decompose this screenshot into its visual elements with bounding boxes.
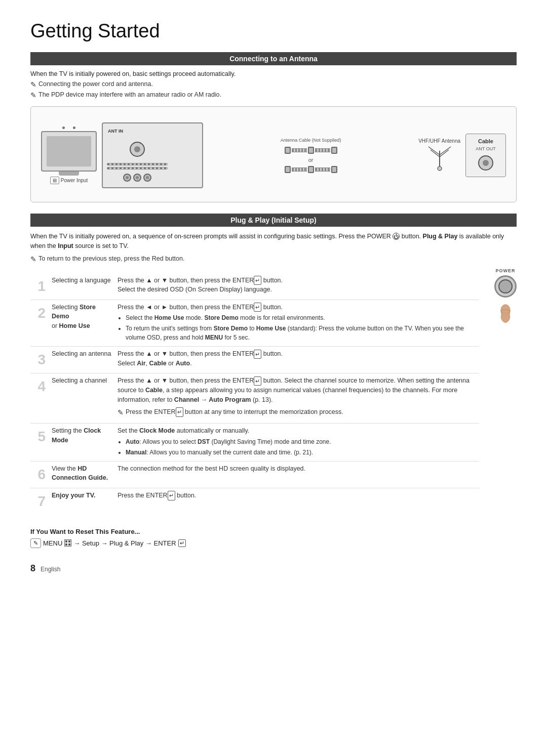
step-title-5: Setting the Clock Mode — [49, 423, 114, 461]
step-desc-2: Press the ◄ or ► button, then press the … — [114, 300, 479, 347]
port-small-3 — [143, 174, 151, 182]
coax-end-3 — [331, 147, 337, 154]
antenna-note2: ✎ The PDP device may interfere with an a… — [30, 91, 517, 99]
svg-point-5 — [438, 166, 442, 171]
note-pencil-icon2: ✎ — [30, 91, 36, 99]
enter-icon-1: ↵ — [254, 276, 261, 285]
step-desc-7: Press the ENTER↵ button. — [114, 488, 479, 515]
ant-in-label: ANT IN — [108, 129, 123, 134]
svg-line-1 — [428, 147, 440, 155]
step-title-7: Enjoy your TV. — [49, 488, 114, 515]
step4-note: ✎ Press the ENTER↵ button at any time to… — [118, 407, 476, 418]
svg-line-2 — [440, 147, 451, 155]
enter-icon-2: ↵ — [254, 303, 261, 312]
step-num-3: 3 — [30, 347, 49, 373]
note-pencil-icon3: ✎ — [30, 255, 36, 263]
ant-out-label: ANT OUT — [476, 146, 495, 151]
power-input-label: ⊞ Power Input — [50, 177, 88, 184]
step-num-7: 7 — [30, 488, 49, 515]
svg-line-3 — [431, 150, 440, 157]
coax-row-1 — [285, 147, 337, 154]
enter-icon-4: ↵ — [254, 376, 261, 386]
coax-end-1 — [285, 147, 291, 154]
step-num-4: 4 — [30, 373, 49, 423]
step-desc-1: Press the ▲ or ▼ button, then press the … — [114, 273, 479, 300]
menu-icon-grid — [64, 539, 71, 547]
step-row-4: 4 Selecting a channel Press the ▲ or ▼ b… — [30, 373, 479, 423]
tv-dot-right — [73, 127, 75, 129]
antenna-area: VHF/UHF Antenna — [418, 138, 460, 173]
note-pencil-icon1: ✎ — [30, 80, 36, 89]
coax-row-2 — [285, 166, 337, 173]
coax-seg-3 — [292, 167, 307, 172]
step-title-3: Selecting an antenna — [49, 347, 114, 373]
step-desc-5: Set the Clock Mode automatically or manu… — [114, 423, 479, 461]
connector-row-2 — [107, 167, 168, 170]
power-button-graphic — [494, 275, 517, 298]
power-symbol: ⏻ — [393, 233, 400, 240]
tv-dot-left — [62, 127, 65, 129]
port-small-1 — [123, 174, 131, 182]
step-row-7: 7 Enjoy your TV. Press the ENTER↵ button… — [30, 488, 479, 515]
tv-diagram: ⊞ Power Input — [41, 127, 97, 184]
step-title-4: Selecting a channel — [49, 373, 114, 423]
step-title-6: View the HD Connection Guide. — [49, 461, 114, 488]
tv-body — [41, 131, 97, 172]
section-antenna-header: Connecting to an Antenna — [30, 52, 517, 65]
coax-end-2 — [308, 147, 314, 154]
connector-row-1 — [107, 163, 168, 165]
menu-path-rest: → Setup → Plug & Play → ENTER — [73, 539, 176, 547]
ant-cable-label: Antenna Cable (Not Supplied) — [281, 138, 341, 143]
page-language: English — [41, 566, 60, 573]
back-panel-area: ANT IN — [102, 122, 203, 188]
step-row-2: 2 Selecting Store Demoor Home Use Press … — [30, 300, 479, 347]
antenna-note1: ✎ Connecting the power cord and antenna. — [30, 80, 517, 89]
step-row-1: 1 Selecting a language Press the ▲ or ▼ … — [30, 273, 479, 300]
port-small-2 — [133, 174, 141, 182]
enter-icon-7: ↵ — [168, 491, 175, 500]
step-desc-4: Press the ▲ or ▼ button, then press the … — [114, 373, 479, 423]
step-num-2: 2 — [30, 300, 49, 347]
step-row-3: 3 Selecting an antenna Press the ▲ or ▼ … — [30, 347, 479, 373]
step-num-5: 5 — [30, 423, 49, 461]
plug-play-intro: When the TV is initially powered on, a s… — [30, 232, 517, 251]
tv-screen — [47, 136, 91, 166]
step-desc-3: Press the ▲ or ▼ button, then press the … — [114, 347, 479, 373]
cable-line-area: Antenna Cable (Not Supplied) or — [208, 138, 413, 173]
tv-stand — [59, 172, 79, 176]
power-icon-box: ⊞ — [50, 177, 59, 184]
page-number: 8 — [30, 563, 35, 574]
step-num-1: 1 — [30, 273, 49, 300]
coax-end-6 — [331, 166, 337, 173]
enter-icon-menu: ↵ — [178, 539, 186, 547]
power-button-inner — [498, 279, 513, 293]
power-label: POWER — [495, 268, 515, 273]
power-hand-area: POWER — [494, 268, 517, 520]
coax-end-5 — [308, 166, 314, 173]
menu-path-menu: MENU — [43, 539, 62, 547]
coax-seg-2 — [315, 148, 330, 152]
antenna-diagram: ⊞ Power Input ANT IN — [30, 106, 517, 202]
antenna-intro-text: When the TV is initially powered on, bas… — [30, 70, 517, 77]
page-title: Getting Started — [30, 20, 517, 42]
port-circle-1 — [130, 142, 145, 157]
cable-port-circle — [478, 155, 493, 171]
menu-icon: ✎ — [33, 540, 38, 546]
coax-seg-1 — [292, 148, 307, 152]
steps-area: 1 Selecting a language Press the ▲ or ▼ … — [30, 268, 517, 520]
red-button-note: ✎ To return to the previous step, press … — [30, 255, 517, 263]
step-desc-6: The connection method for the best HD sc… — [114, 461, 479, 488]
section-plug-play: Plug & Play (Initial Setup) When the TV … — [30, 214, 517, 548]
hand-icon — [495, 300, 516, 325]
section-plug-play-header: Plug & Play (Initial Setup) — [30, 214, 517, 227]
step-row-5: 5 Setting the Clock Mode Set the Clock M… — [30, 423, 479, 461]
cable-label: Cable — [478, 138, 493, 144]
or-text: or — [308, 157, 314, 163]
menu-path: ✎ MENU → Setup → Plug & Play → ENTER ↵ — [30, 538, 517, 548]
step-num-6: 6 — [30, 461, 49, 488]
note-pencil-icon4: ✎ — [118, 407, 124, 418]
page-footer: 8 English — [30, 563, 517, 574]
vhf-uhf-label: VHF/UHF Antenna — [418, 138, 460, 144]
back-panel: ANT IN — [102, 122, 203, 188]
reset-title: If You Want to Reset This Feature... — [30, 528, 517, 535]
